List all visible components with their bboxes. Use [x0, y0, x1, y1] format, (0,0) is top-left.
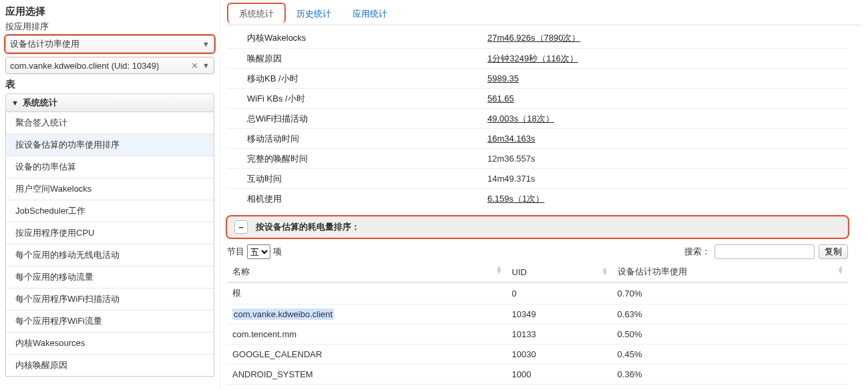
sidebar-item[interactable]: 聚合签入统计 — [6, 112, 214, 134]
sort-icon: ▲▼ — [496, 266, 503, 274]
stats-row: 移动活动时间16m34.163s — [227, 128, 848, 148]
copy-button[interactable]: 复制 — [819, 244, 848, 259]
stats-row: 互动时间14m49.371s — [227, 168, 848, 188]
stats-value: 12m36.557s — [487, 154, 848, 164]
table-row[interactable]: ANDROID_SYSTEM10000.36% — [227, 365, 848, 385]
sort-by-app-label: 按应用排序 — [5, 21, 214, 33]
stats-value[interactable]: 6.159s（1次） — [487, 193, 848, 205]
cell-uid: 10349 — [507, 305, 612, 325]
stats-value[interactable]: 561.65 — [487, 93, 848, 104]
chevron-down-icon: ▼ — [202, 61, 210, 69]
sidebar-item[interactable]: 每个应用程序WiFi扫描活动 — [6, 288, 214, 311]
data-table: 名称▲▼UID▲▼设备估计功率使用▲▼ 根00.70%com.vanke.kdw… — [227, 262, 848, 385]
stats-value[interactable]: 1分钟3249秒（116次） — [487, 53, 848, 65]
cell-name: 根 — [227, 282, 507, 305]
stats-row: 移动KB /小时5989.35 — [227, 68, 848, 88]
items-suffix: 项 — [273, 246, 282, 258]
chevron-down-icon: ▼ — [202, 40, 210, 48]
stats-row: 完整的唤醒时间12m36.557s — [227, 148, 848, 168]
column-header[interactable]: UID▲▼ — [507, 262, 612, 282]
table-section-title: 表 — [5, 78, 214, 91]
search-label: 搜索： — [684, 246, 710, 258]
table-row[interactable]: 根00.70% — [227, 282, 848, 305]
app-select[interactable]: com.vanke.kdweibo.client (Uid: 10349) ✕ … — [5, 57, 214, 74]
stats-label: 总WiFi扫描活动 — [227, 113, 487, 125]
sidebar-item[interactable]: 按设备估算的功率使用排序 — [6, 134, 214, 156]
tree-group-header[interactable]: ▼ 系统统计 — [5, 93, 214, 112]
tab[interactable]: 应用统计 — [342, 4, 398, 25]
stats-row: 总WiFi扫描活动49.003s（18次） — [227, 108, 848, 128]
right-panel: 系统统计历史统计应用统计 内核Wakelocks27m46.926s（7890次… — [220, 0, 868, 390]
column-header[interactable]: 设备估计功率使用▲▼ — [612, 262, 848, 282]
stats-label: 互动时间 — [227, 173, 487, 185]
items-prefix: 节目 — [227, 246, 244, 258]
column-header[interactable]: 名称▲▼ — [227, 262, 507, 282]
sidebar-item[interactable]: 每个应用程序WiFi流量 — [6, 311, 214, 333]
metric-select-value: 设备估计功率使用 — [10, 38, 79, 50]
stats-value[interactable]: 27m46.926s（7890次） — [487, 32, 848, 44]
stats-row: WiFi KBs /小时561.65 — [227, 88, 848, 108]
stats-value[interactable]: 49.003s（18次） — [487, 113, 848, 125]
left-panel: 应用选择 按应用排序 设备估计功率使用 ▼ com.vanke.kdweibo.… — [0, 0, 220, 390]
tab[interactable]: 历史统计 — [286, 4, 342, 25]
sidebar-item[interactable]: JobScheduler工作 — [6, 200, 214, 222]
cell-uid: 10030 — [507, 345, 612, 365]
stats-label: 相机使用 — [227, 193, 487, 205]
cell-power: 0.70% — [612, 282, 848, 305]
sidebar-item[interactable]: 每个应用的移动无线电活动 — [6, 244, 214, 266]
stats-row: 相机使用6.159s（1次） — [227, 188, 848, 208]
chevron-down-icon: ▼ — [11, 99, 19, 107]
cell-name: com.tencent.mm — [227, 325, 507, 345]
cell-power: 0.63% — [612, 305, 848, 325]
stats-value[interactable]: 5989.35 — [487, 73, 848, 83]
stats-label: 内核Wakelocks — [227, 32, 487, 44]
stats-value[interactable]: 16m34.163s — [487, 134, 848, 144]
collapse-icon[interactable]: − — [234, 220, 248, 234]
cell-power: 0.50% — [612, 325, 848, 345]
tree-group-label: 系统统计 — [23, 97, 57, 109]
stats-label: 完整的唤醒时间 — [227, 153, 487, 165]
group-title: 按设备估算的耗电量排序： — [256, 221, 360, 233]
stats-value: 14m49.371s — [487, 174, 848, 184]
sort-icon: ▲▼ — [837, 266, 844, 274]
cell-name: GOOGLE_CALENDAR — [227, 345, 507, 365]
sidebar-item[interactable]: 设备的功率估算 — [6, 156, 214, 178]
stats-label: 移动KB /小时 — [227, 73, 487, 85]
cell-name: com.vanke.kdweibo.client — [227, 305, 507, 325]
cell-name: ANDROID_SYSTEM — [227, 365, 507, 385]
clear-icon[interactable]: ✕ — [191, 61, 198, 71]
stats-label: WiFi KBs /小时 — [227, 93, 487, 105]
cell-power: 0.36% — [612, 365, 848, 385]
stats-label: 唤醒原因 — [227, 53, 487, 65]
sidebar-item[interactable]: 内核唤醒原因 — [6, 355, 214, 376]
search-input[interactable] — [714, 244, 815, 259]
sort-icon: ▲▼ — [602, 267, 608, 275]
table-row[interactable]: com.vanke.kdweibo.client103490.63% — [227, 305, 848, 325]
cell-uid: 1000 — [507, 365, 612, 385]
metric-select[interactable]: 设备估计功率使用 ▼ — [5, 35, 214, 53]
cell-uid: 10133 — [507, 325, 612, 345]
tab[interactable]: 系统统计 — [227, 3, 286, 23]
cell-power: 0.45% — [612, 345, 848, 365]
sidebar-item[interactable]: 按应用程序使用CPU — [6, 222, 214, 244]
items-per-page-select[interactable]: 五 — [247, 244, 270, 259]
sidebar-item[interactable]: 内核Wakesources — [6, 333, 214, 355]
sidebar-item[interactable]: 用户空间Wakelocks — [6, 178, 214, 200]
stats-label: 移动活动时间 — [227, 133, 487, 145]
stats-row: 内核Wakelocks27m46.926s（7890次） — [227, 28, 848, 48]
sidebar-item[interactable]: 每个应用的移动流量 — [6, 266, 214, 288]
app-select-title: 应用选择 — [5, 5, 214, 18]
group-header[interactable]: − 按设备估算的耗电量排序： — [227, 216, 848, 238]
cell-uid: 0 — [507, 282, 612, 305]
tree-list: 聚合签入统计按设备估算的功率使用排序设备的功率估算用户空间WakelocksJo… — [5, 112, 214, 377]
table-row[interactable]: com.tencent.mm101330.50% — [227, 325, 848, 345]
tabs: 系统统计历史统计应用统计 — [227, 4, 861, 25]
stats-row: 唤醒原因1分钟3249秒（116次） — [227, 48, 848, 68]
stats-table: 内核Wakelocks27m46.926s（7890次）唤醒原因1分钟3249秒… — [227, 28, 848, 208]
table-controls: 节目 五 项 搜索： 复制 — [227, 244, 848, 259]
app-select-value: com.vanke.kdweibo.client (Uid: 10349) — [10, 61, 159, 71]
table-row[interactable]: GOOGLE_CALENDAR100300.45% — [227, 345, 848, 365]
